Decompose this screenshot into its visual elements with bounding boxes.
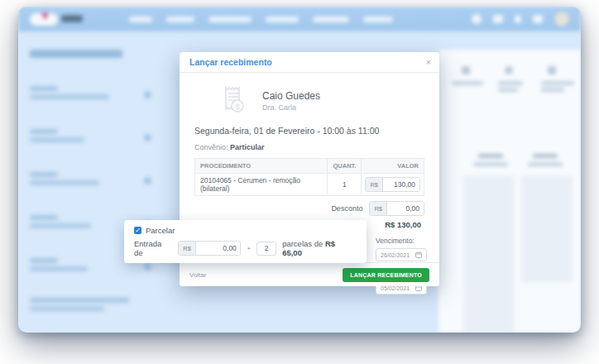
- calendar-icon: [415, 251, 422, 259]
- background-page-title: [30, 50, 122, 58]
- close-icon[interactable]: ×: [426, 58, 431, 67]
- modal-footer: Voltar LANÇAR RECEBIMENTO: [180, 262, 439, 286]
- background-nav-items: [129, 17, 393, 22]
- discount-row: Desconto R$: [194, 201, 424, 216]
- background-navbar: ♥: [18, 7, 581, 31]
- installments-count-input[interactable]: [256, 242, 276, 256]
- insurance-line: Convênio: Particular: [194, 143, 424, 151]
- submit-payment-button[interactable]: LANÇAR RECEBIMENTO: [343, 268, 429, 282]
- insurance-value: Particular: [230, 143, 265, 151]
- due-date-label: Vencimento:: [376, 237, 427, 245]
- modal-title: Lançar recebimento: [189, 57, 272, 67]
- table-row: 20104065 - Cerumen - remoção (bilateral)…: [195, 174, 424, 196]
- procedure-value-group: R$: [365, 177, 420, 192]
- app-logo: ♥: [30, 8, 96, 30]
- heart-icon: ♥: [41, 9, 49, 22]
- entry-label: Entrada de: [134, 239, 172, 257]
- procedure-quantity: 1: [328, 174, 362, 196]
- procedure-value-input[interactable]: [383, 178, 419, 191]
- installments-checkbox-label: Parcelar: [146, 226, 175, 235]
- plus-icon: +: [247, 245, 251, 252]
- column-header-procedure: PROCEDIMENTO: [195, 159, 328, 174]
- svg-text:$: $: [235, 103, 239, 111]
- entry-amount-group: R$: [178, 241, 241, 256]
- entry-amount-input[interactable]: [196, 242, 241, 255]
- discount-group: R$: [369, 201, 424, 216]
- table-header-row: PROCEDIMENTO QUANT. VALOR: [195, 159, 424, 174]
- due-date-value: 26/02/2021: [381, 252, 410, 258]
- installments-checkbox[interactable]: ✓: [134, 227, 141, 234]
- procedure-name: 20104065 - Cerumen - remoção (bilateral): [195, 174, 328, 196]
- column-header-quantity: QUANT.: [328, 159, 362, 174]
- back-link[interactable]: Voltar: [189, 271, 206, 279]
- discount-input[interactable]: [387, 202, 424, 215]
- page-root: ♥: [0, 0, 599, 364]
- installments-panel: ✓ Parcelar Entrada de R$ + parcelas de R…: [124, 220, 367, 263]
- installments-row: Entrada de R$ + parcelas de R$ 65,00: [134, 239, 357, 257]
- column-header-value: VALOR: [362, 159, 424, 174]
- patient-doctor: Dra. Carla: [262, 103, 320, 112]
- currency-addon: R$: [366, 178, 383, 191]
- discount-label: Desconto: [331, 204, 362, 213]
- patient-name: Caio Guedes: [262, 90, 320, 102]
- suffix-label: parcelas de: [282, 239, 323, 248]
- modal-header: Lançar recebimento ×: [180, 52, 439, 73]
- background-navbar-icons: [472, 7, 569, 31]
- total-value: R$ 130,00: [385, 220, 421, 229]
- background-right-panel: [438, 50, 581, 333]
- insurance-label: Convênio:: [194, 143, 228, 151]
- procedures-table: PROCEDIMENTO QUANT. VALOR 20104065 - Cer…: [194, 158, 424, 196]
- patient-row: $ Caio Guedes Dra. Carla: [218, 84, 424, 117]
- installments-suffix: parcelas de R$ 65,00: [282, 239, 357, 257]
- currency-addon: R$: [179, 242, 196, 255]
- due-date-input[interactable]: 26/02/2021: [376, 248, 427, 261]
- receipt-icon: $: [218, 84, 249, 117]
- user-avatar: [554, 12, 569, 26]
- appointment-datetime: Segunda-feira, 01 de Fevereiro - 10:00 à…: [194, 126, 424, 136]
- currency-addon: R$: [370, 202, 387, 215]
